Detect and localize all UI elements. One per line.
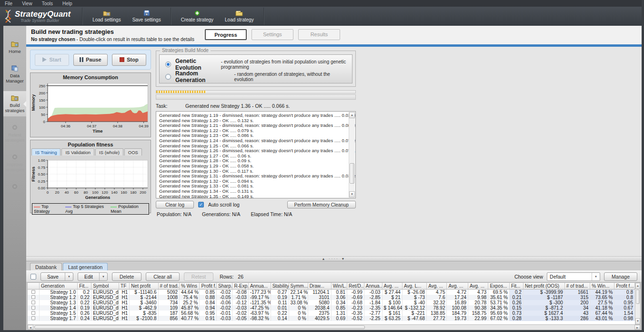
column-header[interactable]: Avg. ... (427, 283, 447, 289)
clear-all-button[interactable]: Clear all (146, 272, 180, 281)
log-scrollbar[interactable]: ▲ ▼ (349, 112, 355, 197)
random-generation-option[interactable]: Random Generation - random generation of… (165, 71, 346, 83)
menu-view[interactable]: View (22, 1, 32, 6)
sidebar-item-optimizer[interactable]: Optimizer (3, 180, 26, 200)
create-strategy-button[interactable]: Create strategy (175, 7, 219, 26)
perform-memory-cleanup-button[interactable]: Perform Memory Cleanup (287, 201, 356, 208)
edit-split-button[interactable]: Edit▼ (78, 272, 108, 281)
stop-button[interactable]: Stop (112, 54, 146, 66)
column-header[interactable]: Annua... (248, 283, 271, 289)
column-header[interactable]: Generation (40, 283, 78, 289)
tab-progress[interactable]: Progress (205, 29, 247, 40)
column-header[interactable]: Symbol (91, 283, 119, 289)
delete-button[interactable]: Delete (112, 272, 141, 281)
manage-button[interactable]: Manage (604, 272, 637, 281)
sidebar-item-data-manager[interactable]: Data Manager (3, 62, 26, 87)
column-header[interactable]: Stability (271, 283, 289, 289)
sidebar-item-build-strategies[interactable]: Build strategies (3, 91, 26, 116)
scroll-right-icon[interactable]: ► (634, 325, 640, 330)
tab-oos[interactable]: OOS (124, 148, 142, 156)
table-row[interactable]: Strategy 1.00.2EURUSD_dksH1$ -11140.6509… (28, 289, 635, 295)
row-checkbox[interactable] (31, 301, 35, 304)
row-checkbox[interactable] (31, 295, 35, 299)
radio-genetic-evolution[interactable] (165, 62, 171, 67)
clear-log-button[interactable]: Clear log (156, 201, 194, 208)
build-log[interactable]: Generated new Strategy 1.19 - dismissed,… (156, 111, 356, 198)
column-header[interactable]: Net profit (OOS) (523, 283, 564, 289)
table-row[interactable]: Strategy 1.70.24EURUSD_dksH1$ -2100.8856… (28, 316, 635, 321)
menu-file[interactable]: File (5, 1, 12, 6)
menu-tools[interactable]: Tools (42, 1, 53, 6)
column-header[interactable]: Avg. ... (447, 283, 468, 289)
column-header[interactable]: Net profit (130, 283, 158, 289)
tab-is-training[interactable]: IS Training (31, 148, 60, 156)
sidebar-item-home[interactable]: Home (3, 37, 26, 57)
scroll-thumb[interactable] (636, 290, 640, 304)
column-header[interactable]: Profit f... (200, 283, 217, 289)
load-settings-button[interactable]: Load settings (87, 7, 127, 26)
table-cell: 17.24 (447, 295, 468, 300)
scroll-thumb[interactable] (350, 163, 354, 184)
column-header[interactable]: Avg. ... (468, 283, 488, 289)
select-all-checkbox[interactable] (30, 274, 36, 280)
load-strategy-button[interactable]: Load strategy (219, 7, 260, 26)
column-header[interactable]: Symm... (289, 283, 308, 289)
column-header[interactable]: % Win... (590, 283, 614, 289)
row-checkbox[interactable] (31, 311, 35, 315)
auto-scroll-checkbox[interactable]: ✓ (198, 202, 204, 208)
table-horizontal-scrollbar[interactable]: ◄ ► (27, 324, 641, 330)
scroll-up-icon[interactable]: ▲ (349, 112, 355, 118)
tab-last-generation[interactable]: Last generation (63, 263, 108, 270)
column-header[interactable]: Fit... (78, 283, 91, 289)
sidebar-item-retest-strategies[interactable]: Retest strategies (3, 121, 26, 146)
save-split-button[interactable]: Save▼ (40, 272, 73, 281)
scroll-down-icon[interactable]: ▼ (635, 318, 640, 324)
column-header[interactable]: # of trad... (564, 283, 590, 289)
table-row[interactable]: Strategy 1.50.26EURUSD_dksH1$ -83518756.… (28, 311, 635, 316)
column-header[interactable]: Profit f... (614, 283, 635, 289)
column-header[interactable]: Fit... (509, 283, 523, 289)
scroll-left-icon[interactable]: ◄ (28, 325, 33, 330)
row-checkbox[interactable] (31, 316, 35, 320)
column-header[interactable]: Avg. ... (382, 283, 402, 289)
view-select[interactable]: Default ▼ (547, 272, 600, 281)
column-header[interactable]: Win/L... (331, 283, 347, 289)
tab-is-validation[interactable]: IS Validation (61, 148, 94, 156)
table-row[interactable]: Strategy 1.30.22EURUSD_dksH1$ -346073425… (28, 300, 635, 305)
save-dropdown-icon[interactable]: ▼ (65, 273, 73, 280)
tab-is-whole[interactable]: IS (whole) (95, 148, 123, 156)
column-header[interactable]: Annua... (364, 283, 382, 289)
row-checkbox[interactable] (31, 290, 35, 294)
table-scrollbar[interactable]: ▲ ▼ (635, 283, 640, 324)
table-row[interactable]: Strategy 1.20.22EURUSD_dksH1$ -214410087… (28, 295, 635, 300)
column-header[interactable]: Avg. L... (402, 283, 426, 289)
row-checkbox[interactable] (31, 306, 35, 310)
edit-dropdown-icon[interactable]: ▼ (99, 273, 107, 280)
menu-help[interactable]: Help (62, 1, 72, 6)
scroll-down-icon[interactable]: ▼ (349, 191, 355, 197)
table-cell: -47.25 % (248, 305, 271, 311)
start-button[interactable]: Start (35, 54, 69, 66)
retest-button[interactable]: Retest (184, 272, 213, 281)
column-header[interactable]: # of trad... (158, 283, 180, 289)
scroll-up-icon[interactable]: ▲ (635, 283, 640, 289)
sidebar-item-improve-strategies[interactable]: Improve strategies (3, 150, 26, 176)
column-header[interactable]: R-Exp... (232, 283, 248, 289)
panel-splitter[interactable]: ▲ ···· ▼ (26, 256, 642, 261)
save-settings-button[interactable]: Save settings (127, 7, 167, 26)
tab-settings[interactable]: Settings (252, 29, 293, 40)
column-header[interactable]: % Wins (180, 283, 200, 289)
column-header[interactable]: Ret/D... (347, 283, 364, 289)
pause-button[interactable]: Pause (73, 54, 108, 66)
scroll-thumb[interactable] (34, 325, 365, 329)
tab-results[interactable]: Results (298, 29, 340, 40)
genetic-evolution-option[interactable]: Genetic Evolution - evolution of strateg… (165, 58, 346, 71)
radio-random-generation[interactable] (165, 74, 171, 80)
table-row[interactable]: Strategy 1.40.19EURUSD_dksH1$ -462.91094… (28, 305, 635, 311)
column-header[interactable] (28, 283, 40, 289)
column-header[interactable]: Draw... (308, 283, 331, 289)
column-header[interactable]: TF (119, 283, 130, 289)
tab-databank[interactable]: Databank (30, 263, 62, 270)
column-header[interactable]: Expos... (488, 283, 510, 289)
column-header[interactable]: Sharp... (217, 283, 232, 289)
